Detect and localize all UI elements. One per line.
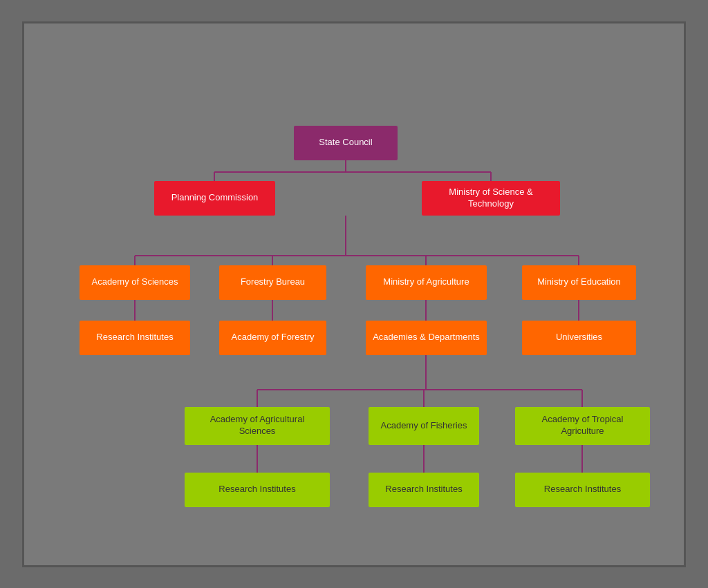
node-state-council: State Council bbox=[294, 126, 398, 160]
node-academy-tropical: Academy of Tropical Agriculture bbox=[515, 407, 650, 445]
node-research-institutes-3: Research Institutes bbox=[369, 473, 479, 507]
node-academy-sciences: Academy of Sciences bbox=[80, 265, 190, 300]
node-universities: Universities bbox=[522, 321, 636, 355]
node-academies-departments: Academies & Departments bbox=[366, 321, 487, 355]
node-planning-commission: Planning Commission bbox=[154, 181, 275, 216]
node-academy-fisheries: Academy of Fisheries bbox=[369, 407, 479, 445]
node-forestry-bureau: Forestry Bureau bbox=[219, 265, 326, 300]
node-academy-agri-sciences: Academy of Agricultural Sciences bbox=[185, 407, 330, 445]
node-min-agriculture: Ministry of Agriculture bbox=[366, 265, 487, 300]
chart-container: State Council Planning Commission Minist… bbox=[22, 21, 686, 567]
node-research-institutes-4: Research Institutes bbox=[515, 473, 650, 507]
node-research-institutes-1: Research Institutes bbox=[80, 321, 190, 355]
node-min-science-tech: Ministry of Science & Technology bbox=[422, 181, 560, 216]
node-min-education: Ministry of Education bbox=[522, 265, 636, 300]
node-academy-forestry: Academy of Forestry bbox=[219, 321, 326, 355]
node-research-institutes-2: Research Institutes bbox=[185, 473, 330, 507]
